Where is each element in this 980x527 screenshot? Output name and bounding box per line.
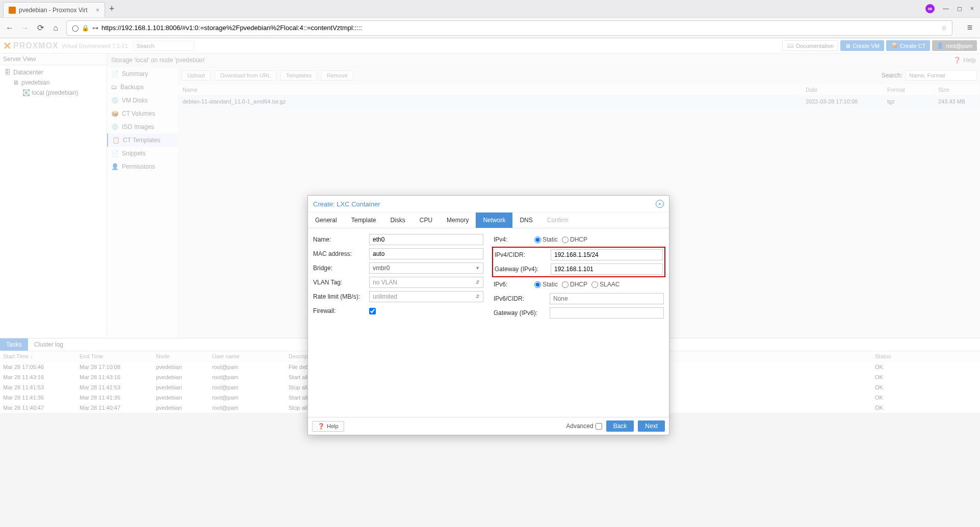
nav-home-icon[interactable]: ⌂: [51, 23, 60, 33]
vlan-label: VLAN Tag:: [313, 279, 369, 286]
ipv6-static-radio[interactable]: Static: [534, 281, 558, 288]
url-bar[interactable]: ◯ 🔒 ⊶ ☆: [66, 20, 952, 36]
nav-back-icon[interactable]: ←: [5, 23, 14, 33]
name-label: Name:: [313, 236, 369, 243]
firewall-checkbox[interactable]: [369, 308, 376, 314]
stepper-icon: ⇵: [476, 294, 480, 299]
new-tab-button[interactable]: +: [109, 4, 115, 14]
modal-title: Create: LXC Container: [313, 200, 380, 208]
ipv6-dhcp-radio[interactable]: DHCP: [562, 281, 587, 288]
ipv4-gateway-input[interactable]: [551, 264, 663, 275]
back-button[interactable]: Back: [606, 420, 634, 432]
bookmark-icon[interactable]: ☆: [941, 24, 947, 32]
wizard-tab-confirm: Confirm: [540, 213, 576, 228]
wizard-tab-dns[interactable]: DNS: [512, 213, 539, 228]
ipv6-slaac-radio[interactable]: SLAAC: [591, 281, 620, 288]
tab-title: pvedebian - Proxmox Virt: [19, 7, 88, 14]
wizard-tab-disks[interactable]: Disks: [383, 213, 412, 228]
bridge-select[interactable]: vmbr0▼: [369, 262, 483, 274]
wizard-tab-general[interactable]: General: [308, 213, 344, 228]
next-button[interactable]: Next: [638, 420, 665, 432]
wizard-tab-cpu[interactable]: CPU: [412, 213, 440, 228]
mac-input[interactable]: [369, 248, 483, 259]
url-input[interactable]: [101, 24, 937, 32]
ipv4-label: IPv4:: [494, 236, 534, 243]
advanced-checkbox[interactable]: Advanced: [566, 423, 602, 430]
tab-close-icon[interactable]: ×: [96, 7, 99, 14]
lock-icon[interactable]: 🔒: [82, 24, 89, 32]
ipv6-gateway-input[interactable]: [550, 307, 664, 319]
ipv4-dhcp-radio[interactable]: DHCP: [562, 236, 587, 243]
bridge-label: Bridge:: [313, 265, 369, 272]
highlight-annotation: IPv4/CIDR: Gateway (IPv4):: [492, 247, 665, 277]
rate-input[interactable]: unlimited⇵: [369, 291, 483, 302]
ipv4-static-radio[interactable]: Static: [534, 236, 558, 243]
browser-menu-icon[interactable]: ≡: [965, 22, 975, 33]
modal-help-button[interactable]: ❓Help: [312, 421, 344, 432]
ipv6-cidr-input[interactable]: [550, 293, 664, 304]
vlan-input[interactable]: no VLAN⇵: [369, 277, 483, 288]
ipv6-label: IPv6:: [494, 281, 534, 288]
extension-icon[interactable]: ∞: [925, 4, 935, 13]
wizard-tab-memory[interactable]: Memory: [440, 213, 476, 228]
firewall-label: Firewall:: [313, 307, 369, 314]
window-maximize-icon[interactable]: ◻: [957, 5, 962, 12]
chevron-down-icon: ▼: [475, 266, 480, 271]
ipv6-cidr-label: IPv6/CIDR:: [494, 295, 550, 302]
key-icon[interactable]: ⊶: [92, 24, 98, 32]
mac-label: MAC address:: [313, 250, 369, 257]
browser-tab[interactable]: pvedebian - Proxmox Virt ×: [3, 2, 105, 17]
wizard-tab-network[interactable]: Network: [476, 213, 512, 228]
modal-close-icon[interactable]: ×: [656, 200, 664, 208]
wizard-tab-template[interactable]: Template: [344, 213, 383, 228]
ipv4-cidr-input[interactable]: [551, 249, 663, 260]
shield-icon[interactable]: ◯: [72, 24, 79, 32]
stepper-icon: ⇵: [476, 280, 480, 285]
name-input[interactable]: [369, 234, 483, 245]
window-minimize-icon[interactable]: —: [943, 5, 949, 12]
tab-favicon: [9, 7, 16, 14]
ipv4-cidr-label: IPv4/CIDR:: [495, 251, 551, 258]
create-lxc-modal: Create: LXC Container × GeneralTemplateD…: [307, 195, 669, 435]
ipv6-gateway-label: Gateway (IPv6):: [494, 309, 550, 317]
nav-forward-icon: →: [20, 23, 30, 33]
ipv4-gateway-label: Gateway (IPv4):: [495, 266, 551, 273]
nav-reload-icon[interactable]: ⟳: [36, 23, 45, 33]
rate-label: Rate limit (MB/s):: [313, 293, 369, 300]
help-icon: ❓: [318, 423, 325, 430]
window-close-icon[interactable]: ×: [970, 5, 974, 12]
browser-chrome: pvedebian - Proxmox Virt × + ∞ — ◻ × ← →…: [0, 0, 980, 38]
